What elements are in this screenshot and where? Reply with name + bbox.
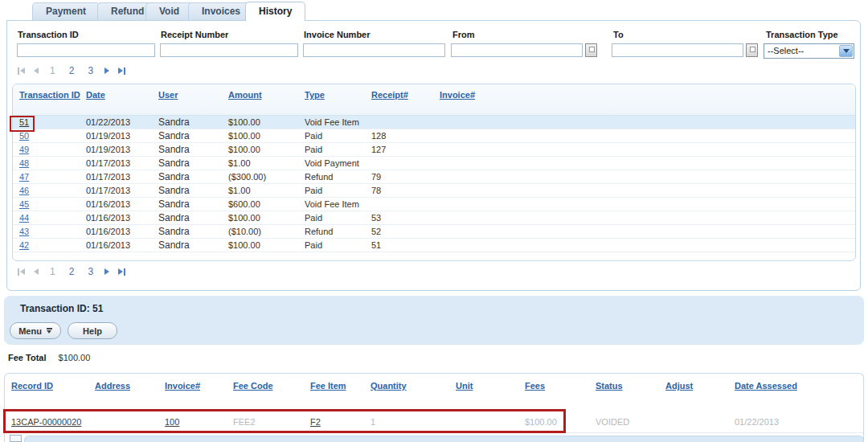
fee-cell-invoice[interactable]: 100 xyxy=(165,412,179,432)
tab-history[interactable]: History xyxy=(245,2,305,21)
transaction-row-48[interactable]: 4801/17/2013Sandra$1.00Void Payment xyxy=(13,157,855,170)
transaction-cell: 01/17/2013 xyxy=(86,184,158,197)
transaction-row-43[interactable]: 4301/16/2013Sandra($10.00)Refund52 xyxy=(13,225,855,239)
fee-column-header-fee-code[interactable]: Fee Code xyxy=(233,381,273,391)
transaction-detail-title: Transaction ID: 51 xyxy=(20,303,103,314)
transaction-cell: 01/17/2013 xyxy=(86,157,158,170)
column-header-amount[interactable]: Amount xyxy=(228,89,305,115)
transaction-cell: 45 xyxy=(13,198,86,211)
transaction-row-50[interactable]: 5001/19/2013Sandra$100.00Paid128 xyxy=(13,129,855,143)
transaction-cell xyxy=(440,198,855,211)
transaction-id-input[interactable] xyxy=(17,43,155,57)
select-dropdown-arrow-icon[interactable] xyxy=(839,45,853,57)
transaction-cell: 128 xyxy=(371,129,440,142)
transaction-cell: Void Fee Item xyxy=(305,116,371,129)
help-button[interactable]: Help xyxy=(68,322,117,339)
fee-column-header-quantity[interactable]: Quantity xyxy=(371,381,407,391)
fee-column-header-address[interactable]: Address xyxy=(95,381,130,391)
transaction-cell: 52 xyxy=(371,225,440,238)
transaction-id-link[interactable]: 51 xyxy=(19,117,29,127)
collapsed-panel-icon[interactable] xyxy=(10,435,22,442)
transaction-row-44[interactable]: 4401/16/2013Sandra$100.00Paid53 xyxy=(13,211,855,225)
transaction-row-42[interactable]: 4201/16/2013Sandra$100.00Paid51 xyxy=(13,239,855,252)
fee-column-header-record-id[interactable]: Record ID xyxy=(11,381,53,391)
transaction-id-link[interactable]: 48 xyxy=(19,158,29,168)
transaction-id-link[interactable]: 46 xyxy=(19,186,29,195)
invoice-number-input[interactable] xyxy=(303,43,445,57)
transaction-id-link[interactable]: 43 xyxy=(19,227,29,236)
tab-payment[interactable]: Payment xyxy=(32,2,100,20)
from-calendar-icon[interactable] xyxy=(585,43,597,57)
pager-last-button[interactable] xyxy=(118,268,125,276)
transaction-cell xyxy=(440,129,855,142)
column-header-transaction-id[interactable]: Transaction ID xyxy=(13,89,86,115)
column-header-receipt-[interactable]: Receipt# xyxy=(371,89,440,115)
pager-page-3[interactable]: 3 xyxy=(85,65,96,76)
transaction-row-49[interactable]: 4901/19/2013Sandra$100.00Paid127 xyxy=(13,143,855,157)
fee-cell-record-id[interactable]: 13CAP-00000020 xyxy=(11,412,81,432)
fee-column-header-invoice-[interactable]: Invoice# xyxy=(165,381,200,391)
transaction-id-link[interactable]: 50 xyxy=(19,131,29,141)
pager-last-button[interactable] xyxy=(118,68,125,75)
receipt-number-input[interactable] xyxy=(160,43,298,57)
transaction-cell xyxy=(440,184,855,197)
transaction-cell xyxy=(440,211,855,224)
fee-column-header-unit[interactable]: Unit xyxy=(456,381,473,391)
transaction-cell: Sandra xyxy=(158,129,228,142)
transaction-cell: 50 xyxy=(13,129,86,142)
transaction-cell: Refund xyxy=(305,170,371,183)
transaction-cell: Sandra xyxy=(158,198,228,211)
transaction-type-select[interactable]: --Select-- xyxy=(764,43,854,59)
transaction-detail-panel: Transaction ID: 51 Menu Help xyxy=(4,296,864,345)
transaction-row-47[interactable]: 4701/17/2013Sandra($300.00)Refund79 xyxy=(13,170,855,184)
fee-cell-fee-item[interactable]: F2 xyxy=(310,412,321,432)
transaction-id-link[interactable]: 47 xyxy=(19,172,29,182)
fee-column-header-adjust[interactable]: Adjust xyxy=(665,381,693,391)
transaction-cell: Sandra xyxy=(158,239,228,252)
transactions-table-header: Transaction IDDateUserAmountTypeReceipt#… xyxy=(13,84,855,116)
tab-void[interactable]: Void xyxy=(145,2,193,20)
pager-page-2[interactable]: 2 xyxy=(67,266,77,277)
transaction-cell: 127 xyxy=(371,143,440,156)
transaction-cell xyxy=(440,143,855,156)
fee-column-header-fee-item[interactable]: Fee Item xyxy=(310,381,346,391)
pager-first-button xyxy=(18,268,25,276)
transaction-cell xyxy=(440,170,855,183)
menu-button[interactable]: Menu xyxy=(10,322,61,339)
transaction-cell: 01/17/2013 xyxy=(86,170,158,183)
transaction-cell: Sandra xyxy=(158,211,228,224)
pager-page-2[interactable]: 2 xyxy=(67,65,77,76)
tab-invoices[interactable]: Invoices xyxy=(188,2,254,20)
column-header-user[interactable]: User xyxy=(158,89,228,115)
fee-column-header-date-assessed[interactable]: Date Assessed xyxy=(735,381,797,391)
to-date-input[interactable] xyxy=(612,43,743,57)
fees-table: Record IDAddressInvoice#Fee CodeFee Item… xyxy=(4,373,864,442)
fee-column-header-status[interactable]: Status xyxy=(596,381,623,391)
transaction-cell: 48 xyxy=(13,157,86,170)
pager-page-3[interactable]: 3 xyxy=(85,266,96,277)
transaction-cell: $100.00 xyxy=(228,239,305,252)
column-header-invoice-[interactable]: Invoice# xyxy=(440,89,855,115)
pager-next-button[interactable] xyxy=(104,68,109,74)
transaction-id-link[interactable]: 45 xyxy=(19,199,29,209)
transaction-cell: Sandra xyxy=(158,225,228,238)
transaction-row-45[interactable]: 4501/16/2013Sandra$600.00Void Fee Item xyxy=(13,198,855,211)
transaction-row-46[interactable]: 4601/17/2013Sandra$1.00Paid78 xyxy=(13,184,855,198)
transaction-id-link[interactable]: 49 xyxy=(19,145,29,154)
column-header-type[interactable]: Type xyxy=(305,89,371,115)
from-date-input[interactable] xyxy=(451,43,583,57)
transaction-row-51[interactable]: 5101/22/2013Sandra$100.00Void Fee Item xyxy=(13,116,855,129)
transaction-id-link[interactable]: 42 xyxy=(19,240,29,250)
column-header-date[interactable]: Date xyxy=(86,89,158,115)
fee-total-label: Fee Total xyxy=(8,353,46,362)
pager-next-button[interactable] xyxy=(104,268,109,275)
to-calendar-icon[interactable] xyxy=(746,43,758,57)
pager-page-1: 1 xyxy=(47,65,58,76)
pager-previous-button xyxy=(34,68,39,74)
fee-column-header-fees[interactable]: Fees xyxy=(525,381,545,391)
transaction-id-link[interactable]: 44 xyxy=(19,213,29,223)
transaction-cell: Paid xyxy=(305,239,371,252)
transaction-cell: 44 xyxy=(13,211,86,224)
transaction-cell: $1.00 xyxy=(228,157,305,170)
transaction-cell xyxy=(440,225,855,238)
